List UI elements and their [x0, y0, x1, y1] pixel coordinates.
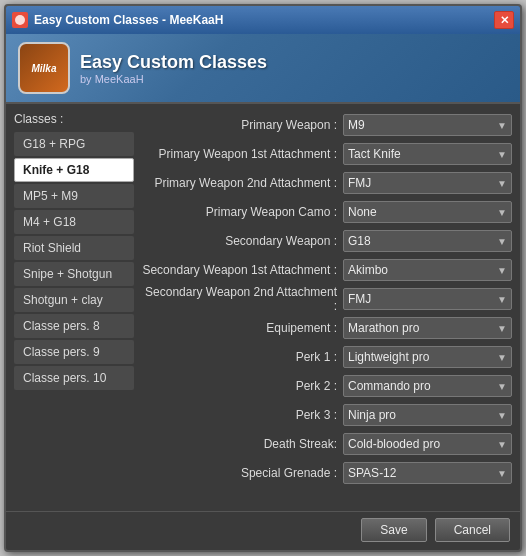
dropdown-arrow-icon-3: ▼: [497, 207, 507, 218]
field-value-9: Commando pro: [348, 379, 431, 393]
dropdown-arrow-icon-10: ▼: [497, 410, 507, 421]
field-dropdown-2[interactable]: FMJ▼: [343, 172, 512, 194]
field-label-11: Death Streak:: [142, 437, 337, 451]
dropdown-arrow-icon-1: ▼: [497, 149, 507, 160]
field-dropdown-10[interactable]: Ninja pro▼: [343, 404, 512, 426]
field-dropdown-1[interactable]: Tact Knife▼: [343, 143, 512, 165]
field-row-9: Perk 2 :Commando pro▼: [142, 373, 512, 399]
class-item-c7[interactable]: Shotgun + clay: [14, 288, 134, 312]
app-subtitle: by MeeKaaH: [80, 73, 267, 85]
field-value-6: FMJ: [348, 292, 371, 306]
logo-text: Milka: [31, 63, 56, 74]
dropdown-arrow-icon-8: ▼: [497, 352, 507, 363]
dropdown-arrow-icon-6: ▼: [497, 294, 507, 305]
field-row-7: Equipement :Marathon pro▼: [142, 315, 512, 341]
dropdown-arrow-icon-5: ▼: [497, 265, 507, 276]
title-bar-left: Easy Custom Classes - MeeKaaH: [12, 12, 223, 28]
field-label-3: Primary Weapon Camo :: [142, 205, 337, 219]
field-row-6: Secondary Weapon 2nd Attachment :FMJ▼: [142, 286, 512, 312]
class-item-c8[interactable]: Classe pers. 8: [14, 314, 134, 338]
app-title: Easy Custom Classes: [80, 52, 267, 73]
field-row-12: Special Grenade :SPAS-12▼: [142, 460, 512, 486]
class-item-c1[interactable]: G18 + RPG: [14, 132, 134, 156]
dropdown-arrow-icon-4: ▼: [497, 236, 507, 247]
class-item-c6[interactable]: Snipe + Shotgun: [14, 262, 134, 286]
field-value-5: Akimbo: [348, 263, 388, 277]
field-row-8: Perk 1 :Lightweight pro▼: [142, 344, 512, 370]
dropdown-arrow-icon-12: ▼: [497, 468, 507, 479]
field-value-12: SPAS-12: [348, 466, 396, 480]
field-value-8: Lightweight pro: [348, 350, 429, 364]
field-dropdown-3[interactable]: None▼: [343, 201, 512, 223]
field-label-9: Perk 2 :: [142, 379, 337, 393]
field-row-2: Primary Weapon 2nd Attachment :FMJ▼: [142, 170, 512, 196]
field-row-3: Primary Weapon Camo :None▼: [142, 199, 512, 225]
cancel-button[interactable]: Cancel: [435, 518, 510, 542]
app-icon: [12, 12, 28, 28]
field-value-11: Cold-blooded pro: [348, 437, 440, 451]
class-item-c2[interactable]: Knife + G18: [14, 158, 134, 182]
field-row-11: Death Streak:Cold-blooded pro▼: [142, 431, 512, 457]
class-item-c10[interactable]: Classe pers. 10: [14, 366, 134, 390]
class-item-c3[interactable]: MP5 + M9: [14, 184, 134, 208]
field-dropdown-4[interactable]: G18▼: [343, 230, 512, 252]
field-dropdown-5[interactable]: Akimbo▼: [343, 259, 512, 281]
dropdown-arrow-icon-0: ▼: [497, 120, 507, 131]
field-label-6: Secondary Weapon 2nd Attachment :: [142, 285, 337, 313]
dropdown-arrow-icon-7: ▼: [497, 323, 507, 334]
content-area: Classes : G18 + RPGKnife + G18MP5 + M9M4…: [6, 104, 520, 511]
classes-label: Classes :: [14, 112, 134, 126]
field-label-7: Equipement :: [142, 321, 337, 335]
field-value-2: FMJ: [348, 176, 371, 190]
left-panel: Classes : G18 + RPGKnife + G18MP5 + M9M4…: [14, 112, 134, 503]
app-logo: Milka: [18, 42, 70, 94]
field-value-3: None: [348, 205, 377, 219]
field-label-10: Perk 3 :: [142, 408, 337, 422]
field-row-4: Secondary Weapon :G18▼: [142, 228, 512, 254]
main-window: Easy Custom Classes - MeeKaaH ✕ Milka Ea…: [4, 4, 522, 552]
field-dropdown-12[interactable]: SPAS-12▼: [343, 462, 512, 484]
dropdown-arrow-icon-2: ▼: [497, 178, 507, 189]
class-item-c4[interactable]: M4 + G18: [14, 210, 134, 234]
field-label-4: Secondary Weapon :: [142, 234, 337, 248]
field-value-1: Tact Knife: [348, 147, 401, 161]
field-dropdown-7[interactable]: Marathon pro▼: [343, 317, 512, 339]
field-label-2: Primary Weapon 2nd Attachment :: [142, 176, 337, 190]
field-label-5: Secondary Weapon 1st Attachment :: [142, 263, 337, 277]
right-panel: Primary Weapon :M9▼Primary Weapon 1st At…: [142, 112, 512, 503]
field-row-5: Secondary Weapon 1st Attachment :Akimbo▼: [142, 257, 512, 283]
app-title-area: Easy Custom Classes by MeeKaaH: [80, 52, 267, 85]
bottom-bar: Save Cancel: [6, 511, 520, 550]
field-label-8: Perk 1 :: [142, 350, 337, 364]
field-value-10: Ninja pro: [348, 408, 396, 422]
field-row-0: Primary Weapon :M9▼: [142, 112, 512, 138]
dropdown-arrow-icon-9: ▼: [497, 381, 507, 392]
save-button[interactable]: Save: [361, 518, 426, 542]
field-row-1: Primary Weapon 1st Attachment :Tact Knif…: [142, 141, 512, 167]
field-label-1: Primary Weapon 1st Attachment :: [142, 147, 337, 161]
dropdown-arrow-icon-11: ▼: [497, 439, 507, 450]
window-title: Easy Custom Classes - MeeKaaH: [34, 13, 223, 27]
field-value-7: Marathon pro: [348, 321, 419, 335]
field-dropdown-6[interactable]: FMJ▼: [343, 288, 512, 310]
field-dropdown-0[interactable]: M9▼: [343, 114, 512, 136]
field-label-0: Primary Weapon :: [142, 118, 337, 132]
class-item-c5[interactable]: Riot Shield: [14, 236, 134, 260]
class-item-c9[interactable]: Classe pers. 9: [14, 340, 134, 364]
svg-point-0: [15, 15, 25, 25]
header-area: Milka Easy Custom Classes by MeeKaaH: [6, 34, 520, 104]
field-label-12: Special Grenade :: [142, 466, 337, 480]
field-dropdown-11[interactable]: Cold-blooded pro▼: [343, 433, 512, 455]
class-list: G18 + RPGKnife + G18MP5 + M9M4 + G18Riot…: [14, 132, 134, 390]
field-dropdown-8[interactable]: Lightweight pro▼: [343, 346, 512, 368]
field-row-10: Perk 3 :Ninja pro▼: [142, 402, 512, 428]
field-value-0: M9: [348, 118, 365, 132]
title-bar: Easy Custom Classes - MeeKaaH ✕: [6, 6, 520, 34]
close-button[interactable]: ✕: [494, 11, 514, 29]
field-dropdown-9[interactable]: Commando pro▼: [343, 375, 512, 397]
field-value-4: G18: [348, 234, 371, 248]
